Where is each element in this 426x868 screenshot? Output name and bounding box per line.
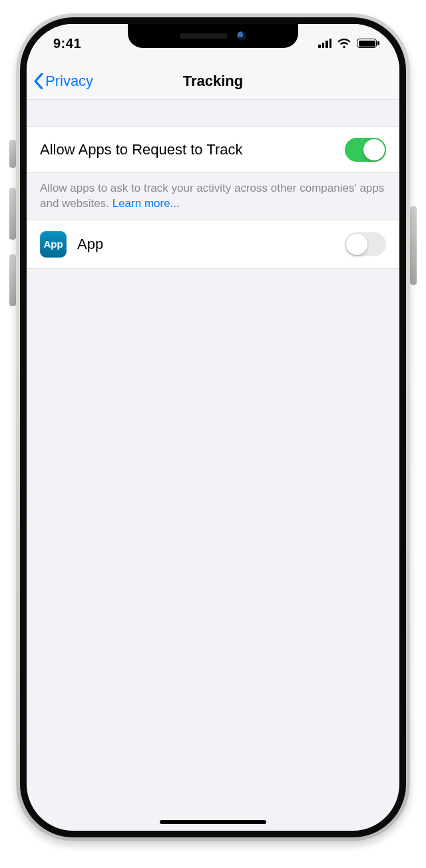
mute-switch: [9, 140, 16, 168]
page-title: Tracking: [183, 73, 243, 90]
home-indicator[interactable]: [160, 820, 266, 824]
allow-apps-label: Allow Apps to Request to Track: [40, 141, 243, 158]
allow-apps-request-row[interactable]: Allow Apps to Request to Track: [27, 126, 399, 173]
device-frame: 9:41 Privacy Tracking: [0, 0, 426, 868]
app-name-label: App: [77, 236, 103, 253]
speaker-grill: [180, 33, 228, 39]
status-time: 9:41: [53, 36, 81, 51]
app-icon: App: [40, 231, 67, 258]
toggle-knob: [346, 234, 367, 255]
cellular-icon: [318, 39, 331, 48]
battery-icon: [357, 39, 377, 48]
screen: 9:41 Privacy Tracking: [27, 24, 399, 831]
volume-up-button: [9, 188, 16, 240]
wifi-icon: [337, 38, 351, 49]
power-button: [410, 206, 417, 285]
back-label: Privacy: [45, 73, 93, 90]
app-icon-text: App: [43, 238, 63, 250]
back-button[interactable]: Privacy: [33, 63, 93, 99]
toggle-knob: [363, 139, 385, 160]
volume-down-button: [9, 254, 16, 306]
chevron-left-icon: [33, 73, 44, 89]
app-tracking-row[interactable]: App App: [27, 220, 399, 269]
nav-bar: Privacy Tracking: [27, 63, 399, 100]
learn-more-link[interactable]: Learn more...: [112, 197, 180, 210]
front-camera-icon: [237, 31, 246, 41]
section-gap: [27, 100, 399, 126]
section-footer: Allow apps to ask to track your activity…: [27, 173, 399, 220]
footer-description: Allow apps to ask to track your activity…: [40, 182, 384, 210]
allow-apps-toggle[interactable]: [345, 138, 386, 162]
notch: [128, 24, 298, 48]
status-icons: [318, 38, 377, 49]
app-tracking-toggle[interactable]: [345, 232, 386, 256]
